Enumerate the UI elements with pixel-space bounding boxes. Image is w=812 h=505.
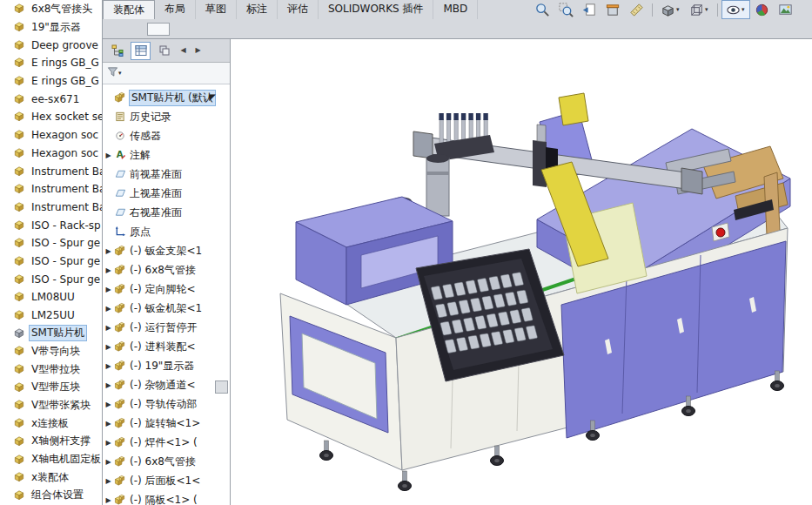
tree-filter-bar[interactable]: ▾ [103, 63, 230, 84]
ribbon-tab[interactable]: 评估 [278, 0, 319, 19]
hide-show-items-button[interactable]: ▾ [721, 0, 750, 19]
component-list-item[interactable]: SMT贴片机 [0, 324, 102, 342]
component-list-item[interactable]: V型带拉块 [0, 360, 102, 379]
tree-item[interactable]: 右视基准面 [103, 203, 230, 222]
ribbon-tab[interactable]: 草图 [196, 0, 237, 19]
component-list-item[interactable]: V型带张紧块 [0, 396, 102, 414]
component-list-item[interactable]: V带导向块 [0, 342, 102, 360]
component-list-item[interactable]: Instrument Ba [0, 199, 102, 217]
expand-arrow-icon[interactable]: ▶ [103, 286, 114, 293]
tree-item[interactable]: 前视基准面 [103, 165, 230, 184]
previous-view-button[interactable] [578, 0, 601, 19]
component-list-item[interactable]: Instrument Ba [0, 162, 102, 180]
measure-button[interactable] [625, 0, 648, 19]
section-view-button[interactable] [601, 0, 625, 19]
component-list-item[interactable]: Instrument Ba [0, 180, 102, 199]
tree-item[interactable]: ▶(-) 19"显示器 [103, 356, 230, 375]
tree-item[interactable]: ▶(-) 定向脚轮< [103, 279, 230, 299]
ribbon-tab[interactable]: SOLIDWORKS 插件 [319, 0, 433, 19]
expand-arrow-icon[interactable]: ▶ [103, 439, 114, 447]
tree-item[interactable]: ▶(-) 导轨传动部 [103, 394, 230, 414]
component-list-item[interactable]: LM08UU [0, 288, 102, 306]
tree-item[interactable]: ▶(-) 焊件<1> ( [103, 433, 230, 452]
expand-arrow-icon[interactable]: ▶ [103, 247, 114, 255]
component-list-item[interactable]: ISO - Spur ge [0, 270, 102, 288]
component-list-item[interactable]: V型带压块 [0, 378, 102, 396]
expand-arrow-icon[interactable]: ▶ [103, 266, 114, 274]
tree-item[interactable]: ▶(-) 6x8气管接 [103, 260, 230, 279]
component-list-item[interactable]: Deep groove [0, 36, 102, 54]
machine-3d-model[interactable] [231, 39, 812, 505]
component-list-item[interactable]: Hexagon soc [0, 126, 102, 145]
component-list-item[interactable]: E rings GB_G [0, 54, 102, 72]
component-list-item[interactable]: X轴侧杆支撑 [0, 433, 102, 451]
component-list-item[interactable]: 组合体设置 [0, 487, 102, 505]
tree-item[interactable]: ▶(-) 杂物通道< [103, 375, 230, 394]
tree-item[interactable]: 原点 [103, 222, 230, 241]
expand-arrow-icon[interactable]: ▶ [103, 477, 114, 485]
ribbon-tab[interactable]: 装配体 [103, 0, 155, 19]
tree-item[interactable]: ▶(-) 钣金支架<1 [103, 241, 230, 260]
zoom-to-fit-icon [533, 1, 553, 18]
tree-item[interactable]: ▶A注解 [103, 145, 230, 165]
tree-item[interactable]: 历史记录 [103, 107, 230, 126]
expand-arrow-icon[interactable]: ▶ [103, 152, 114, 159]
tree-item[interactable]: ▶(-) 进料装配< [103, 337, 230, 356]
expand-arrow-icon[interactable]: ▶ [103, 381, 114, 389]
tab-scroll-left-arrow[interactable]: ◀ [178, 44, 189, 57]
expand-arrow-icon[interactable]: ▶ [103, 362, 114, 370]
configurationmanager-tab[interactable] [154, 42, 174, 60]
ribbon-tab-bar: 装配体布局草图标注评估SOLIDWORKS 插件MBD [103, 0, 478, 19]
tree-item[interactable]: ▶(-) 后面板<1< [103, 471, 230, 490]
panel-scroll-box[interactable] [215, 380, 228, 394]
component-list-item[interactable]: Hex socket se [0, 108, 102, 126]
ribbon-pin-box[interactable] [147, 23, 170, 36]
expand-arrow-icon[interactable]: ▶ [103, 458, 114, 466]
propertymanager-tab[interactable] [131, 42, 151, 60]
filter-funnel-icon[interactable] [107, 66, 118, 80]
previous-view-icon [580, 1, 600, 18]
component-list-item[interactable]: 19"显示器 [0, 18, 102, 37]
edit-appearance-button[interactable] [750, 0, 774, 19]
ribbon-tab[interactable]: 布局 [155, 0, 196, 19]
tree-item[interactable]: ▶(-) 运行暂停开 [103, 318, 230, 337]
featuremanager-tab[interactable] [107, 42, 127, 60]
component-list-item[interactable]: Hexagon soc [0, 145, 102, 163]
tree-item[interactable]: 上视基准面 [103, 184, 230, 203]
component-list-item[interactable]: X轴电机固定板 [0, 450, 102, 468]
component-list-item[interactable]: ISO - Spur ge [0, 234, 102, 252]
component-list-item[interactable]: E rings GB_G [0, 72, 102, 91]
zoom-to-area-button[interactable] [554, 0, 578, 19]
dropdown-arrow-icon[interactable]: ▾ [676, 6, 683, 13]
collapse-pane-arrow[interactable]: ◤ [209, 93, 216, 102]
expand-arrow-icon[interactable]: ▶ [103, 305, 114, 313]
filter-dropdown-arrow[interactable]: ▾ [118, 70, 125, 77]
zoom-to-fit-button[interactable] [531, 0, 554, 19]
component-list-item[interactable]: x装配体 [0, 468, 102, 487]
ribbon-tab[interactable]: 标注 [237, 0, 278, 19]
expand-arrow-icon[interactable]: ▶ [103, 420, 114, 428]
component-list-item[interactable]: ISO - Spur ge [0, 252, 102, 271]
ribbon-tab[interactable]: MBD [433, 0, 478, 19]
dropdown-arrow-icon[interactable]: ▾ [742, 6, 748, 13]
apply-scene-button[interactable] [774, 0, 797, 19]
expand-arrow-icon[interactable]: ▶ [103, 324, 114, 332]
tree-item[interactable]: ▶(-) 6x8气管接 [103, 452, 230, 471]
view-orientation-button[interactable]: ▾ [656, 0, 685, 19]
tree-item[interactable]: 传感器 [103, 126, 230, 145]
tree-item[interactable]: ▶(-) 钣金机架<1 [103, 299, 230, 318]
tab-scroll-right-arrow[interactable]: ▶ [192, 44, 204, 57]
expand-arrow-icon[interactable]: ▶ [103, 343, 114, 351]
expand-arrow-icon[interactable]: ▶ [103, 496, 114, 504]
tree-item[interactable]: ▶(-) 隔板<1> ( [103, 490, 230, 505]
component-list-item[interactable]: LM25UU [0, 306, 102, 325]
component-list-item[interactable]: ISO - Rack-sp [0, 216, 102, 234]
tree-item[interactable]: ▶(-) 旋转轴<1> [103, 414, 230, 433]
expand-arrow-icon[interactable]: ▶ [103, 401, 114, 408]
graphics-viewport[interactable] [231, 39, 812, 505]
component-list-item[interactable]: 6x8气管接头 [0, 0, 102, 18]
component-list-item[interactable]: ee-sx671 [0, 90, 102, 108]
dropdown-arrow-icon[interactable]: ▾ [705, 6, 712, 13]
component-list-item[interactable]: x连接板 [0, 414, 102, 433]
display-style-button[interactable]: ▾ [685, 0, 714, 19]
